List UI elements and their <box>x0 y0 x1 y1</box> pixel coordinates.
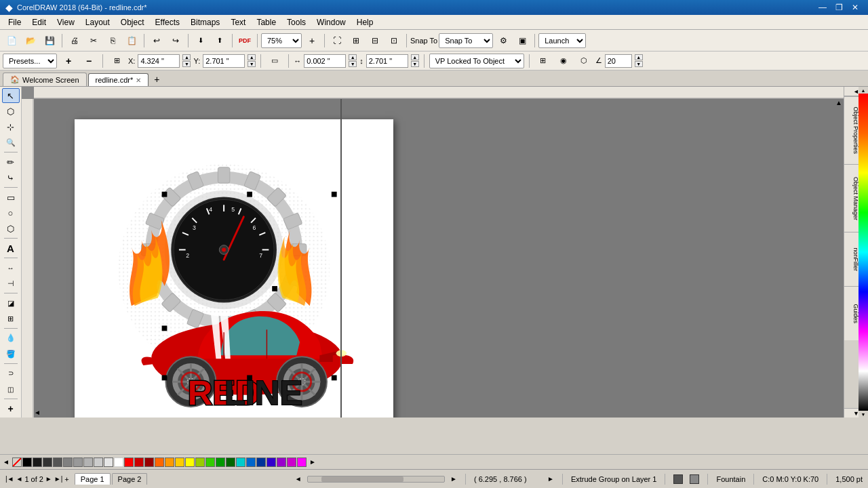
crop-tool[interactable]: ⊹ <box>2 119 20 134</box>
swatch-dkgreen[interactable] <box>216 458 225 467</box>
swatch-dark3[interactable] <box>53 458 62 467</box>
copy-button[interactable]: ⎘ <box>104 33 121 49</box>
no-fill-swatch[interactable] <box>12 458 22 467</box>
nav-last[interactable]: ►| <box>54 475 63 483</box>
print-button[interactable]: 🖨 <box>66 33 83 49</box>
ellipse-tool[interactable]: ○ <box>2 205 20 220</box>
menu-edit[interactable]: Edit <box>26 16 52 28</box>
angle-down[interactable]: ▼ <box>635 61 643 67</box>
h-down[interactable]: ▼ <box>411 61 419 67</box>
zoom-dropdown[interactable]: 75% 50% 100% 150% 200% <box>261 33 302 48</box>
scroll-right-btn[interactable]: ► <box>450 475 457 483</box>
canvas-content[interactable]: 2 3 4 5 6 7 <box>34 99 844 418</box>
paintbucket-tool[interactable]: 🪣 <box>2 346 20 361</box>
cut-button[interactable]: ✂ <box>85 33 102 49</box>
scroll-left-swatches[interactable]: ◄ <box>3 458 9 466</box>
import-button[interactable]: ⬇ <box>192 33 210 49</box>
swatch-violet[interactable] <box>267 458 276 467</box>
w-down[interactable]: ▼ <box>349 61 357 67</box>
close-button[interactable]: ✕ <box>848 2 863 13</box>
export-button[interactable]: ⬆ <box>211 33 229 49</box>
angle-up[interactable]: ▲ <box>635 54 643 60</box>
swatch-yellow[interactable] <box>185 458 195 467</box>
horizontal-scrollbar[interactable] <box>307 476 445 483</box>
options-button[interactable]: ▣ <box>513 33 531 49</box>
fill-tool[interactable]: ◪ <box>2 296 20 310</box>
swatch-magenta[interactable] <box>287 458 296 467</box>
tab-add-button[interactable]: + <box>150 73 163 86</box>
swatch-gray[interactable] <box>63 458 73 467</box>
swatch-red[interactable] <box>124 458 134 467</box>
y-down[interactable]: ▼ <box>248 61 256 67</box>
menu-file[interactable]: File <box>3 16 26 28</box>
nav-next[interactable]: ► <box>45 475 52 483</box>
connector-tool[interactable]: ⊣ <box>2 276 20 291</box>
shape-type-btn[interactable]: ▭ <box>266 53 283 69</box>
color-strip-up[interactable]: ▲ <box>859 87 868 94</box>
menu-tools[interactable]: Tools <box>281 16 311 28</box>
text-tool[interactable]: A <box>2 241 20 256</box>
menu-effects[interactable]: Effects <box>150 16 185 28</box>
meshfill-tool[interactable]: ⊞ <box>2 311 20 326</box>
vp-lock-dropdown[interactable]: VP Locked To Object <box>429 54 524 68</box>
color-spectrum-bar[interactable] <box>859 94 868 411</box>
swatch-dark1[interactable] <box>33 458 42 467</box>
color-manager[interactable]: ◉ <box>555 53 572 69</box>
swatch-dkblue[interactable] <box>256 458 266 467</box>
tab-redline[interactable]: redline.cdr* ✕ <box>88 73 149 86</box>
w-up[interactable]: ▲ <box>349 54 357 60</box>
nav-first[interactable]: |◄ <box>5 475 14 483</box>
smartdraw-tool[interactable]: ⤷ <box>2 170 20 185</box>
scroll-right-swatches[interactable]: ► <box>309 458 316 466</box>
pick-tool[interactable]: ↖ <box>2 88 20 103</box>
menu-object[interactable]: Object <box>115 16 150 28</box>
tab-welcome-screen[interactable]: 🏠 Welcome Screen <box>3 73 87 86</box>
freehand-tool[interactable]: ✏ <box>2 155 20 169</box>
view-snap[interactable]: ⊡ <box>385 33 403 49</box>
open-button[interactable]: 📂 <box>22 33 39 49</box>
swatch-vlgray[interactable] <box>104 458 113 467</box>
add-tool[interactable]: + <box>2 401 20 416</box>
paste-button[interactable]: 📋 <box>123 33 140 49</box>
redo-button[interactable]: ↪ <box>167 33 184 49</box>
eyedropper-tool[interactable]: 💧 <box>2 331 20 346</box>
snap-to-dropdown[interactable]: Snap To <box>439 33 493 48</box>
swatch-dkgreen2[interactable] <box>226 458 235 467</box>
view-grid[interactable]: ⊞ <box>347 33 365 49</box>
swatch-ltgreen[interactable] <box>195 458 205 467</box>
swatch-purple[interactable] <box>277 458 286 467</box>
swatch-dark2[interactable] <box>43 458 52 467</box>
swatch-lgray1[interactable] <box>73 458 83 467</box>
x-down[interactable]: ▼ <box>182 61 191 67</box>
polygon-tool[interactable]: ⬡ <box>2 221 20 236</box>
publish-pdf-button[interactable]: PDF <box>236 33 254 49</box>
presets-dropdown[interactable]: Presets... <box>3 54 57 68</box>
minimize-button[interactable]: — <box>815 2 830 13</box>
h-input[interactable] <box>366 54 408 68</box>
object-props-btn[interactable]: ⬡ <box>575 53 593 69</box>
save-button[interactable]: 💾 <box>41 33 58 49</box>
swatch-green[interactable] <box>205 458 215 467</box>
menu-help[interactable]: Help <box>351 16 379 28</box>
maximize-button[interactable]: ❐ <box>831 2 846 13</box>
page1-tab[interactable]: Page 1 <box>75 473 111 485</box>
nav-prev[interactable]: ◄ <box>16 475 23 483</box>
zoom-in-button[interactable]: + <box>303 33 321 49</box>
stroke-indicator[interactable] <box>690 474 699 484</box>
w-input[interactable] <box>304 54 346 68</box>
swatch-blue[interactable] <box>246 458 256 467</box>
new-button[interactable]: 📄 <box>3 33 20 49</box>
swatch-lgray3[interactable] <box>94 458 103 467</box>
node-tool[interactable]: ⬡ <box>2 104 20 119</box>
menu-table[interactable]: Table <box>251 16 281 28</box>
settings-button[interactable]: ⚙ <box>494 33 512 49</box>
y-input[interactable] <box>203 54 245 68</box>
canvas-scroll-up[interactable]: ▲ <box>835 99 842 106</box>
menu-layout[interactable]: Layout <box>80 16 115 28</box>
expand-status[interactable]: ► <box>547 475 554 483</box>
scroll-left-btn[interactable]: ◄ <box>295 475 302 483</box>
scrollbar-thumb[interactable] <box>321 476 403 482</box>
canvas-area[interactable]: 2 3 4 5 6 7 <box>22 87 844 418</box>
menu-view[interactable]: View <box>52 16 80 28</box>
view-guidelines[interactable]: ⊟ <box>366 33 384 49</box>
